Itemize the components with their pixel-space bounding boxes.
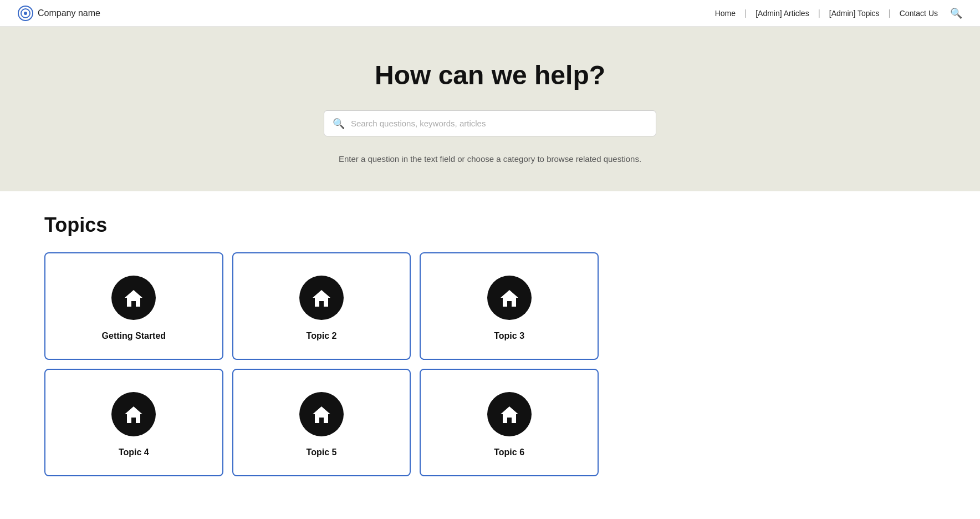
search-bar-container: 🔍	[324, 110, 656, 136]
nav-sep-1: |	[744, 8, 747, 18]
nav-search-icon[interactable]: 🔍	[950, 7, 962, 19]
topic-card-4[interactable]: Topic 4	[44, 369, 223, 476]
topic-icon-4	[111, 392, 156, 436]
topic-label-3: Topic 3	[494, 331, 524, 341]
hero-title: How can we help?	[11, 60, 969, 90]
nav-admin-articles[interactable]: [Admin] Articles	[748, 9, 816, 18]
topic-icon-2	[299, 276, 344, 320]
topic-icon-5	[299, 392, 344, 436]
svg-point-2	[24, 12, 27, 15]
home-icon	[122, 403, 145, 425]
topics-heading: Topics	[44, 213, 936, 237]
topic-label-4: Topic 4	[119, 447, 149, 457]
brand-name: Company name	[38, 8, 100, 18]
topic-label-5: Topic 5	[307, 447, 337, 457]
topic-icon-6	[487, 392, 532, 436]
hero-subtitle: Enter a question in the text field or ch…	[11, 154, 969, 164]
topic-icon-1	[111, 276, 156, 320]
topics-section: Topics Getting Started Topic 2 Topic	[0, 191, 980, 510]
nav-admin-topics[interactable]: [Admin] Topics	[821, 9, 887, 18]
home-icon	[122, 287, 145, 309]
home-icon	[498, 403, 520, 425]
topic-icon-3	[487, 276, 532, 320]
topic-card-3[interactable]: Topic 3	[420, 252, 599, 360]
topic-label-1: Getting Started	[102, 331, 166, 341]
nav-links: Home | [Admin] Articles | [Admin] Topics…	[707, 7, 962, 19]
brand-logo-icon	[18, 6, 33, 21]
topic-label-6: Topic 6	[494, 447, 524, 457]
hero-section: How can we help? 🔍 Enter a question in t…	[0, 27, 980, 191]
topic-card-6[interactable]: Topic 6	[420, 369, 599, 476]
topic-label-2: Topic 2	[307, 331, 337, 341]
topics-grid: Getting Started Topic 2 Topic 3 Topic	[44, 252, 599, 476]
nav-home[interactable]: Home	[707, 9, 743, 18]
brand: Company name	[18, 6, 100, 21]
topic-card-2[interactable]: Topic 2	[232, 252, 411, 360]
search-input[interactable]	[324, 110, 656, 136]
nav-sep-2: |	[818, 8, 820, 18]
topic-card-1[interactable]: Getting Started	[44, 252, 223, 360]
nav-sep-3: |	[889, 8, 891, 18]
home-icon	[498, 287, 520, 309]
nav-contact[interactable]: Contact Us	[892, 9, 946, 18]
navbar: Company name Home | [Admin] Articles | […	[0, 0, 980, 27]
topic-card-5[interactable]: Topic 5	[232, 369, 411, 476]
home-icon	[310, 287, 333, 309]
home-icon	[310, 403, 333, 425]
